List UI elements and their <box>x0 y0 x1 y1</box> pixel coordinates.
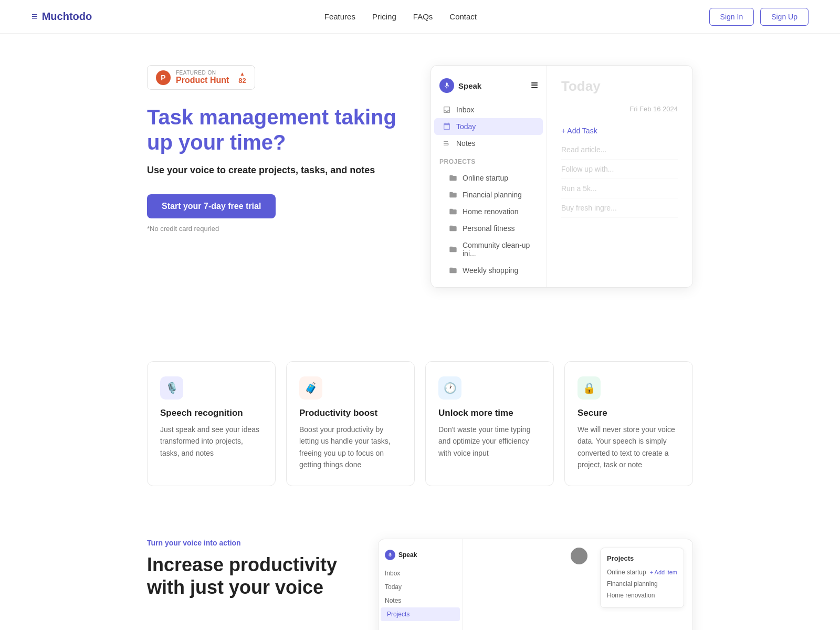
features-section: 🎙️ Speech recognition Just speak and see… <box>105 330 735 518</box>
mic-icon <box>439 78 454 93</box>
app-sidebar-header: Speak ☰ <box>431 74 546 101</box>
hero-subtext: Use your voice to create projects, tasks… <box>147 163 410 177</box>
project-item-0: Online startup <box>463 174 508 182</box>
add-task-button[interactable]: + Add Task <box>561 121 678 140</box>
logo-icon: ≡ <box>32 10 38 23</box>
sidebar-today-label: Today <box>456 122 476 131</box>
app2-sidebar-today[interactable]: Today <box>379 580 462 594</box>
app-sidebar: Speak ☰ Inbox Today Notes Projects <box>431 66 547 287</box>
sidebar-project-0[interactable]: Online startup <box>434 170 543 186</box>
feature-card-3: 🔒 Secure We will never store your voice … <box>564 361 693 486</box>
nav-pricing[interactable]: Pricing <box>372 12 396 21</box>
app-preview: Speak ☰ Inbox Today Notes Projects <box>430 65 693 288</box>
app2-project-1[interactable]: Financial planning <box>607 578 677 590</box>
sidebar-item-today[interactable]: Today <box>434 118 543 135</box>
task-label-1: Follow up with... <box>561 165 614 173</box>
avatar <box>571 548 587 564</box>
nav-faqs[interactable]: FAQs <box>413 12 433 21</box>
ph-featured-label: FEATURED ON <box>176 70 229 76</box>
task-row-2[interactable]: Run a 5k... <box>561 179 678 198</box>
feature-title-3: Secure <box>578 408 680 418</box>
product-hunt-badge[interactable]: P FEATURED ON Product Hunt ▲ 82 <box>147 65 255 90</box>
feature-title-1: Productivity boost <box>299 408 402 418</box>
feature-icon-3: 🔒 <box>578 376 601 400</box>
ph-votes: ▲ 82 <box>238 71 246 85</box>
app2-add-btn[interactable]: + Add item <box>650 569 677 575</box>
app2-sidebar-inbox[interactable]: Inbox <box>379 566 462 580</box>
app-main: Today Fri Feb 16 2024 + Add Task Read ar… <box>547 66 692 287</box>
sidebar-project-5[interactable]: Weekly shopping <box>434 262 543 279</box>
app2-main: Projects Online startup + Add item Finan… <box>463 539 692 630</box>
sidebar-projects-section: Projects <box>431 156 546 167</box>
hero-headline: Task management taking up your time? <box>147 104 410 155</box>
ph-text: FEATURED ON Product Hunt <box>176 70 229 85</box>
sign-in-button[interactable]: Sign In <box>709 8 754 26</box>
sidebar-notes-label: Notes <box>456 139 476 148</box>
nav-contact[interactable]: Contact <box>449 12 477 21</box>
ph-vote-count: 82 <box>238 77 246 85</box>
ph-arrow-icon: ▲ <box>240 71 245 77</box>
app2-project-name-0: Online startup <box>607 569 646 576</box>
feature-icon-2: 🕐 <box>438 376 461 400</box>
ph-logo-icon: P <box>156 70 171 85</box>
app-header-label: Speak <box>458 81 481 90</box>
project-item-2: Home renovation <box>463 207 519 216</box>
feature-title-0: Speech recognition <box>160 408 262 418</box>
app2-sidebar-notes[interactable]: Notes <box>379 594 462 607</box>
feature-title-2: Unlock more time <box>438 408 541 418</box>
ph-name-label: Product Hunt <box>176 76 229 85</box>
bottom-section: Turn your voice into action Increase pro… <box>105 518 735 630</box>
brand-name: Muchtodo <box>42 10 92 23</box>
feature-desc-0: Just speak and see your ideas transforme… <box>160 424 262 459</box>
task-label-0: Read article... <box>561 145 606 154</box>
app2-header-label: Speak <box>398 551 417 559</box>
feature-desc-3: We will never store your voice data. You… <box>578 424 680 471</box>
sidebar-inbox-label: Inbox <box>456 106 474 114</box>
task-row-1[interactable]: Follow up with... <box>561 160 678 179</box>
bottom-left: Turn your voice into action Increase pro… <box>147 539 357 598</box>
app-main-title: Today <box>561 78 678 94</box>
task-row-0[interactable]: Read article... <box>561 140 678 160</box>
app2-project-2[interactable]: Home renovation <box>607 590 677 601</box>
no-cc-text: *No credit card requried <box>147 225 410 233</box>
hero-right: Speak ☰ Inbox Today Notes Projects <box>430 65 693 288</box>
app-main-date: Fri Feb 16 2024 <box>561 105 678 113</box>
nav-actions: Sign In Sign Up <box>709 8 808 26</box>
app2-sidebar-header: Speak <box>379 545 462 566</box>
project-item-3: Personal fitness <box>463 224 515 233</box>
feature-icon-1: 🧳 <box>299 376 322 400</box>
app2-project-0[interactable]: Online startup + Add item <box>607 566 677 578</box>
nav-features[interactable]: Features <box>324 12 355 21</box>
task-label-3: Buy fresh ingre... <box>561 204 617 212</box>
bottom-tag: Turn your voice into action <box>147 539 357 547</box>
feature-icon-0: 🎙️ <box>160 376 183 400</box>
features-grid: 🎙️ Speech recognition Just speak and see… <box>147 361 693 486</box>
app2-projects-title: Projects <box>607 554 677 562</box>
logo[interactable]: ≡ Muchtodo <box>32 10 92 23</box>
app2-sidebar: Speak Inbox Today Notes Projects <box>379 539 463 630</box>
sidebar-project-4[interactable]: Community clean-up ini... <box>434 237 543 262</box>
app2-project-name-2: Home renovation <box>607 592 655 599</box>
feature-desc-1: Boost your productivity by letting us ha… <box>299 424 402 471</box>
sidebar-project-2[interactable]: Home renovation <box>434 203 543 220</box>
project-item-5: Weekly shopping <box>463 266 518 275</box>
app-preview-2: Speak Inbox Today Notes Projects Project… <box>378 539 693 630</box>
sidebar-item-notes[interactable]: Notes <box>434 135 543 152</box>
project-item-1: Financial planning <box>463 191 522 199</box>
bottom-headline: Increase productivity with just your voi… <box>147 553 357 598</box>
app2-project-name-1: Financial planning <box>607 580 658 587</box>
app2-mic-icon <box>385 550 395 560</box>
task-row-3[interactable]: Buy fresh ingre... <box>561 198 678 218</box>
project-item-4: Community clean-up ini... <box>463 241 534 258</box>
feature-card-2: 🕐 Unlock more time Don't waste your time… <box>425 361 554 486</box>
sidebar-item-inbox[interactable]: Inbox <box>434 101 543 118</box>
sign-up-button[interactable]: Sign Up <box>760 8 808 26</box>
app2-sidebar-projects[interactable]: Projects <box>381 607 460 621</box>
nav-links: Features Pricing FAQs Contact <box>324 12 477 21</box>
cta-button[interactable]: Start your 7-day free trial <box>147 194 276 218</box>
task-label-2: Run a 5k... <box>561 184 597 193</box>
sidebar-project-3[interactable]: Personal fitness <box>434 220 543 237</box>
app-menu-icon[interactable]: ☰ <box>531 81 538 90</box>
app2-projects-panel: Projects Online startup + Add item Finan… <box>600 548 684 608</box>
sidebar-project-1[interactable]: Financial planning <box>434 186 543 203</box>
